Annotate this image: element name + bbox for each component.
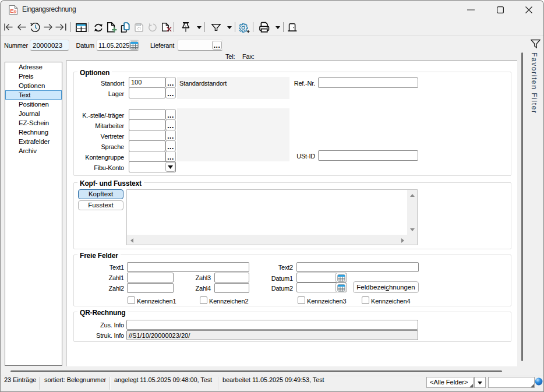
- svg-text:R: R: [14, 10, 17, 14]
- svg-text:E: E: [10, 8, 13, 14]
